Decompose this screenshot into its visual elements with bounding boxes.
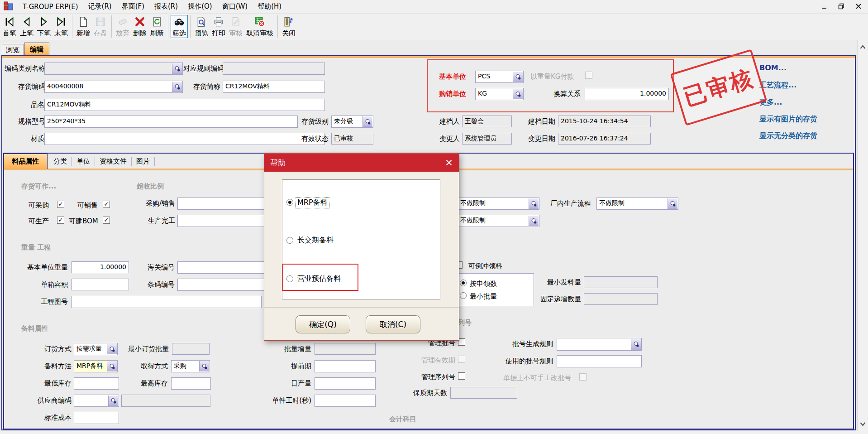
menu-item-app[interactable]: T-GROUP ERP(E) [18,1,83,12]
link-process-flow[interactable]: 工艺流程... [759,81,796,90]
lookup-icon[interactable] [107,344,117,354]
option-mrp-radio[interactable] [286,199,293,206]
trade-unit-field[interactable]: KG [475,88,524,100]
lead-time-field[interactable] [315,360,376,372]
tab-edit[interactable]: 编辑 [24,43,49,55]
restore-icon[interactable] [835,1,847,12]
prod-name-field[interactable]: CR12MOV精料 [44,99,325,111]
order-mode-field[interactable]: 按需求量 [74,343,118,355]
factory-flow-field[interactable]: 不做限制 [596,198,678,210]
menu-item-window[interactable]: 窗口(W) [217,1,253,12]
max-stock-field[interactable] [171,377,211,390]
next-record-button[interactable]: 下笔 [35,15,52,38]
option-long-leadtime-radio[interactable] [286,237,293,244]
prev-record-button[interactable]: 上笔 [18,15,35,38]
subtab-unit[interactable]: 单位 [72,157,95,166]
minimize-icon[interactable] [818,1,830,12]
lookup-icon[interactable] [529,198,539,209]
inv-level-field[interactable]: 未分级 [331,116,373,128]
std-cost-field[interactable] [74,412,119,424]
base-weight-field[interactable]: 1.00000 [72,261,129,273]
menu-item-report[interactable]: 报表(R) [149,1,183,12]
menu-item-record[interactable]: 记录(R) [83,1,117,12]
print-button[interactable]: 打印 [210,15,227,38]
bomable-label: 可建BOM [69,217,98,226]
purchasable-checkbox[interactable] [57,201,64,208]
lookup-icon[interactable] [529,216,539,226]
close-icon[interactable] [853,1,864,12]
drawing-field[interactable] [72,296,262,308]
barcode-field[interactable] [177,279,270,291]
inv-name-field[interactable]: CR12MOV精料 [223,81,325,93]
dialog-close-icon[interactable] [444,157,454,168]
cancel-audit-button[interactable]: 取消审核 [244,15,275,38]
delete-button[interactable]: 删除 [131,15,148,38]
scroll-up-icon[interactable] [859,43,866,52]
lookup-icon[interactable] [513,89,523,99]
rule-code-field[interactable] [223,63,325,75]
lookup-icon[interactable] [107,361,117,371]
horizontal-scrollbar[interactable] [0,431,868,434]
last-record-button[interactable]: 末笔 [52,15,70,38]
option-long-leadtime-label[interactable]: 长交期备料 [297,236,334,245]
lookup-icon[interactable] [199,361,209,371]
preview-button[interactable]: 预览 [193,15,210,38]
subtab-classification[interactable]: 分类 [49,157,72,166]
daily-output-field[interactable] [315,377,376,390]
sellable-checkbox[interactable] [103,201,110,208]
lookup-icon[interactable] [172,82,182,92]
section-over-receive: 超收比例 [137,182,164,191]
lookup-icon[interactable] [362,116,372,127]
producible-checkbox[interactable] [57,217,64,224]
first-record-button[interactable]: 首笔 [1,15,18,38]
conversion-field[interactable]: 1.00000 [585,88,669,100]
close-form-button[interactable]: 关闭 [280,15,297,38]
subtab-images[interactable]: 图片 [132,157,155,166]
base-unit-field[interactable]: PCS [475,71,524,83]
link-show-with-image[interactable]: 显示有图片的存货 [759,115,817,124]
ok-button[interactable]: 确定(Q) [296,315,350,333]
used-rule-field[interactable] [557,355,642,367]
prep-method-field[interactable]: MRP备料 [74,360,118,372]
supplier-field[interactable] [74,395,119,407]
lookup-icon[interactable] [172,63,182,74]
issue-min-batch-radio[interactable] [460,292,467,299]
min-stock-field[interactable] [74,377,119,390]
spec-field[interactable]: 250*240*35 [44,116,298,128]
issue-by-request-radio[interactable] [460,280,467,286]
lookup-icon[interactable] [108,395,118,406]
manage-serial-checkbox[interactable] [458,372,465,380]
inv-code-field[interactable]: 400400008 [44,81,183,93]
new-record-button[interactable]: 新增 [75,15,92,38]
unit-time-field[interactable] [315,395,376,407]
subtab-qualification-files[interactable]: 资格文件 [95,157,132,166]
link-show-unclassified[interactable]: 显示无分类的存货 [759,131,817,141]
menu-item-help[interactable]: 帮助(H) [253,1,286,12]
help-dialog-titlebar[interactable]: 帮助 [264,154,459,172]
lookup-icon[interactable] [513,72,523,82]
restriction-field-1[interactable]: 不做限制 [458,198,539,210]
vertical-scrollbar[interactable] [857,40,868,431]
cancel-button[interactable]: 取消(C) [366,315,420,333]
refresh-button[interactable]: 刷新 [148,15,166,38]
tab-browse[interactable]: 浏览 [2,44,24,55]
lookup-icon[interactable] [668,198,677,209]
lookup-icon[interactable] [631,339,641,350]
code-category-field[interactable] [44,63,183,75]
material-field[interactable] [44,133,325,145]
menu-item-interface[interactable]: 界面(F) [117,1,149,12]
batch-rule-field[interactable] [557,338,642,351]
subtab-item-attributes[interactable]: 料品属性 [4,154,48,169]
box-volume-field[interactable] [72,279,129,290]
trade-unit-label: 购销单位 [437,90,466,98]
bomable-checkbox[interactable] [103,217,110,224]
customs-field[interactable] [177,261,270,274]
link-bom[interactable]: BOM... [759,63,787,72]
acquire-mode-field[interactable]: 采购 [171,360,210,372]
menu-item-operation[interactable]: 操作(O) [183,1,217,12]
restriction-field-2[interactable]: 不做限制 [458,215,539,227]
option-mrp-label[interactable]: MRP备料 [296,198,329,208]
scroll-down-icon[interactable] [859,420,866,429]
filter-button[interactable]: 筛选 [171,15,188,38]
dialog-separator [264,307,459,308]
